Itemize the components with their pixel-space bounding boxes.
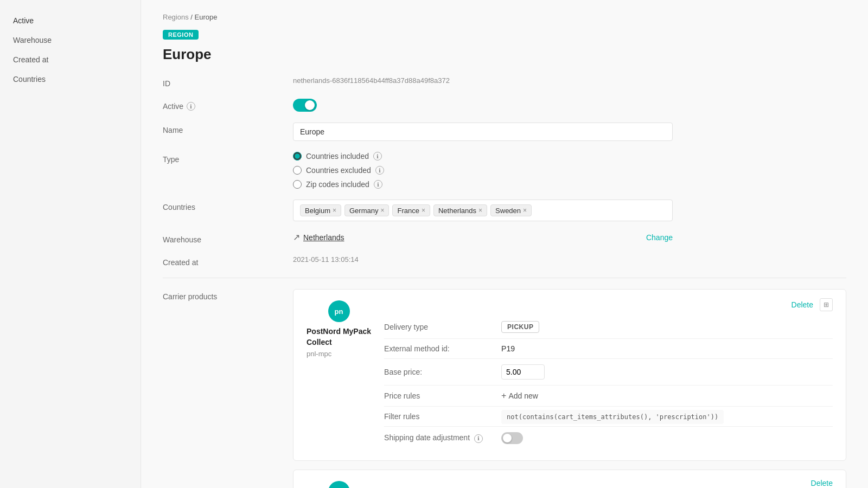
sidebar-item-active-label: Active	[13, 16, 34, 25]
breadcrumb-current: Europe	[195, 13, 218, 21]
carrier-left-1: pn PostNord MyPack Collect pnl-mpc	[293, 290, 384, 369]
remove-belgium[interactable]: ×	[333, 207, 336, 214]
id-section: ID netherlands-6836f118564b44ff8a37d88a4…	[163, 76, 846, 88]
radio-countries-excluded[interactable]: Countries excluded ℹ	[293, 166, 846, 175]
section-divider	[163, 278, 846, 278]
type-label: Type	[163, 152, 293, 164]
warehouse-label: Warehouse	[163, 232, 293, 244]
breadcrumb-parent[interactable]: Regions	[163, 13, 189, 21]
zip-codes-included-info-icon[interactable]: ℹ	[374, 180, 382, 189]
filter-rules-row-1: Filter rules not(contains(cart_items_att…	[384, 407, 833, 427]
add-new-button-1[interactable]: + Add new	[501, 391, 538, 401]
countries-included-label: Countries included	[306, 152, 369, 160]
country-tag-sweden: Sweden ×	[490, 204, 532, 216]
delete-button-1[interactable]: Delete	[792, 300, 813, 309]
filter-rules-label-1: Filter rules	[384, 412, 493, 421]
created-at-section: Created at 2021-05-11 13:05:14	[163, 255, 846, 267]
delete-button-2[interactable]: Delete	[811, 479, 833, 487]
base-price-input-1[interactable]	[501, 364, 545, 380]
change-warehouse-button[interactable]: Change	[646, 233, 673, 242]
base-price-value-1	[501, 364, 833, 380]
country-tag-belgium: Belgium ×	[300, 204, 341, 216]
sidebar-item-warehouse-label: Warehouse	[13, 36, 52, 44]
active-info-icon[interactable]: ℹ	[187, 102, 195, 111]
external-method-value-1: P19	[501, 344, 833, 353]
remove-germany[interactable]: ×	[380, 207, 384, 214]
plus-icon-1: +	[501, 391, 506, 401]
warehouse-link: ↗ Netherlands	[293, 232, 344, 242]
name-section: Name	[163, 123, 846, 141]
shipping-date-toggle-label-1[interactable]	[501, 432, 523, 444]
type-radio-group: Countries included ℹ Countries excluded …	[293, 152, 846, 189]
warehouse-name[interactable]: Netherlands	[303, 233, 344, 242]
shipping-date-info-icon[interactable]: ℹ	[474, 434, 483, 443]
table-icon-1[interactable]: ⊞	[820, 298, 833, 311]
sidebar-item-countries-label: Countries	[13, 75, 46, 84]
active-toggle[interactable]	[293, 99, 317, 112]
country-tag-netherlands: Netherlands ×	[433, 204, 487, 216]
breadcrumb-separator: /	[190, 13, 194, 21]
warehouse-row: ↗ Netherlands Change	[293, 232, 673, 242]
name-input[interactable]	[293, 123, 673, 141]
carrier-products-section: Carrier products pn PostNord MyPack	[163, 289, 846, 488]
active-label: Active ℹ	[163, 99, 293, 111]
pn-logo-2: pn	[328, 481, 350, 488]
sidebar-item-created-at-label: Created at	[13, 55, 48, 64]
carrier-info-1: PostNord MyPack Collect pnl-mpc	[307, 326, 371, 358]
carrier-product-1: pn PostNord MyPack Collect pnl-mpc	[293, 289, 846, 461]
country-tag-france: France ×	[392, 204, 430, 216]
id-value: netherlands-6836f118564b44ff8a37d88a49f8…	[293, 73, 450, 85]
base-price-label-1: Base price:	[384, 368, 493, 376]
created-at-label: Created at	[163, 255, 293, 267]
carrier-actions-1: Delete ⊞	[384, 290, 833, 316]
carrier-code-1: pnl-mpc	[307, 350, 371, 358]
price-rules-row-1: Price rules + Add new	[384, 386, 833, 407]
id-label: ID	[163, 76, 293, 88]
carrier-products-label: Carrier products	[163, 289, 293, 301]
carrier-product-2: pn PostNord MyPack Home pnl-mph	[293, 470, 846, 488]
filter-rules-value-1: not(contains(cart_items_attributes(), 'p…	[501, 412, 833, 421]
shipping-date-toggle-1	[501, 432, 833, 444]
remove-sweden[interactable]: ×	[523, 207, 527, 214]
shipping-date-label-1: Shipping date adjustment ℹ	[384, 433, 493, 443]
carrier-name-1: PostNord MyPack Collect	[307, 326, 371, 348]
countries-excluded-info-icon[interactable]: ℹ	[375, 166, 384, 175]
region-badge: Region	[163, 30, 199, 40]
warehouse-section: Warehouse ↗ Netherlands Change	[163, 232, 846, 244]
breadcrumb: Regions / Europe	[163, 13, 846, 21]
radio-countries-included[interactable]: Countries included ℹ	[293, 152, 846, 160]
carrier-actions-2: Delete	[384, 470, 833, 488]
created-at-value: 2021-05-11 13:05:14	[293, 253, 359, 264]
sidebar-item-warehouse[interactable]: Warehouse	[0, 30, 141, 50]
carrier-details-1: Delete ⊞ Delivery type PICKUP External	[384, 290, 846, 460]
external-method-label-1: External method id:	[384, 344, 493, 353]
countries-section: Countries Belgium × Germany × France ×	[163, 200, 846, 221]
delivery-type-value-1: PICKUP	[501, 321, 833, 333]
countries-excluded-label: Countries excluded	[306, 166, 371, 175]
zip-codes-included-label: Zip codes included	[306, 180, 369, 189]
pn-logo-1: pn	[328, 300, 350, 322]
delivery-type-row-1: Delivery type PICKUP	[384, 316, 833, 339]
carrier-details-2: Delete Delivery type DELIVERY External m…	[384, 470, 846, 488]
countries-label: Countries	[163, 200, 293, 211]
country-tags-container: Belgium × Germany × France × Netherlands…	[293, 200, 673, 221]
carrier-left-2: pn PostNord MyPack Home pnl-mph	[293, 470, 384, 488]
sidebar-item-created-at[interactable]: Created at	[0, 50, 141, 69]
price-rules-value-1: + Add new	[501, 391, 833, 401]
delivery-type-label-1: Delivery type	[384, 323, 493, 331]
base-price-row-1: Base price:	[384, 359, 833, 386]
sidebar-item-active[interactable]: Active	[0, 11, 141, 30]
shipping-date-row-1: Shipping date adjustment ℹ	[384, 427, 833, 450]
radio-zip-codes-included[interactable]: Zip codes included ℹ	[293, 180, 846, 189]
remove-netherlands[interactable]: ×	[478, 207, 482, 214]
arrow-up-right-icon: ↗	[293, 232, 300, 242]
sidebar: Active Warehouse Created at Countries	[0, 0, 141, 488]
main-content: Regions / Europe Region Europe ID nether…	[141, 0, 868, 488]
country-tag-germany: Germany ×	[344, 204, 389, 216]
countries-included-info-icon[interactable]: ℹ	[373, 152, 382, 160]
sidebar-item-countries[interactable]: Countries	[0, 69, 141, 89]
active-section: Active ℹ	[163, 99, 846, 112]
remove-france[interactable]: ×	[422, 207, 425, 214]
type-section: Type Countries included ℹ Countries excl…	[163, 152, 846, 189]
page-title: Europe	[163, 46, 846, 63]
